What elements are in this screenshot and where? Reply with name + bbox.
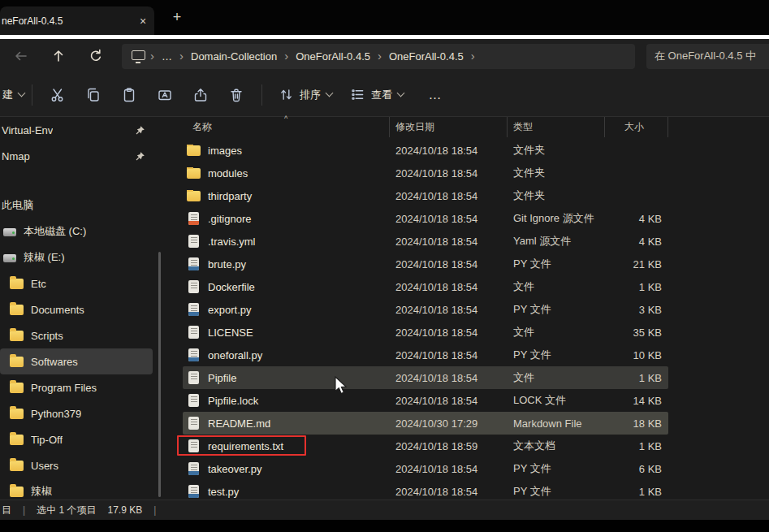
sidebar-item-softwares[interactable]: Softwares [0, 348, 153, 374]
sidebar-item-etc[interactable]: Etc [0, 270, 153, 296]
sort-button-label: 排序 [300, 88, 321, 102]
file-size: 18 KB [605, 417, 668, 430]
copy-button[interactable] [76, 80, 111, 110]
file-size: 14 KB [605, 395, 668, 407]
file-size: 6 KB [605, 463, 668, 475]
search-input[interactable]: 在 OneForAll-0.4.5 中 [646, 44, 769, 69]
python-file-icon [188, 348, 199, 361]
sidebar-item-label: Etc [31, 278, 46, 290]
file-row[interactable]: Dockerfile 2024/10/18 18:54 文件 1 KB [183, 275, 668, 298]
more-options-button[interactable]: … [419, 88, 451, 102]
paste-button[interactable] [111, 80, 147, 110]
file-name: requirements.txt [208, 440, 283, 452]
file-row[interactable]: images 2024/10/18 18:54 文件夹 [183, 139, 668, 162]
sidebar-item-program-files[interactable]: Program Files [0, 374, 153, 400]
file-name: Pipfile.lock [208, 395, 258, 407]
sidebar-section-gap [0, 169, 154, 192]
folder-icon [187, 145, 201, 156]
file-row[interactable]: modules 2024/10/18 18:54 文件夹 [183, 162, 668, 184]
sidebar-item-this-pc[interactable]: 此电脑 [0, 192, 153, 218]
sidebar-item-scripts[interactable]: Scripts [0, 322, 153, 348]
back-button[interactable] [5, 44, 37, 68]
file-explorer-window: neForAll-0.4.5 × + › … › Domain-Collecti… [0, 0, 769, 532]
breadcrumb-item[interactable]: OneForAll-0.4.5 [290, 47, 376, 66]
breadcrumb-item[interactable]: OneForAll-0.4.5 [383, 47, 469, 66]
file-row[interactable]: Pipfile.lock 2024/10/18 18:54 LOCK 文件 14… [183, 389, 668, 412]
file-type: 文件 [508, 279, 605, 294]
chevron-down-icon [397, 89, 405, 97]
breadcrumb-overflow[interactable]: … [156, 47, 178, 66]
navigation-bar: › … › Domain-Collection › OneForAll-0.4.… [0, 39, 769, 73]
explorer-tab[interactable]: neForAll-0.4.5 × [0, 6, 154, 35]
new-tab-button[interactable]: + [167, 9, 187, 26]
file-row[interactable]: thirdparty 2024/10/18 18:54 文件夹 [183, 184, 668, 207]
file-row[interactable]: brute.py 2024/10/18 18:54 PY 文件 21 KB [183, 253, 668, 275]
address-bar[interactable]: › … › Domain-Collection › OneForAll-0.4.… [122, 44, 635, 69]
chevron-right-icon: › [178, 49, 185, 63]
column-header-size[interactable]: 大小 [605, 117, 668, 137]
sidebar-item-virtual-env[interactable]: Virtual-Env [0, 117, 153, 143]
file-name: images [208, 145, 242, 157]
sidebar-item-drive-c[interactable]: 本地磁盘 (C:) [0, 218, 153, 244]
file-date: 2024/10/18 18:54 [390, 486, 508, 498]
file-row[interactable]: export.py 2024/10/18 18:54 PY 文件 3 KB [183, 298, 668, 321]
sidebar-item-label: Documents [31, 304, 84, 316]
file-name: test.py [208, 486, 239, 498]
up-button[interactable] [42, 44, 75, 68]
sidebar-item-documents[interactable]: Documents [0, 296, 153, 322]
yaml-file-icon [188, 235, 199, 248]
column-header-label: 名称 [192, 120, 212, 134]
file-type: PY 文件 [508, 461, 605, 476]
sidebar-item-label: 辣椒 [31, 484, 52, 499]
view-button[interactable]: 查看 [341, 80, 413, 110]
cut-button[interactable] [40, 80, 76, 110]
refresh-button[interactable] [80, 44, 112, 68]
sidebar-item-nmap[interactable]: Nmap [0, 143, 153, 169]
file-name: .travis.yml [208, 236, 256, 248]
folder-icon [10, 305, 24, 315]
file-name: oneforall.py [208, 349, 262, 361]
status-item-count: 目 [2, 504, 11, 517]
file-name: Dockerfile [208, 281, 255, 293]
sort-button[interactable]: 排序 [270, 80, 341, 110]
delete-button[interactable] [218, 80, 254, 110]
file-row[interactable]: Pipfile 2024/10/18 18:54 文件 1 KB [183, 366, 668, 389]
paste-icon [121, 87, 137, 103]
sidebar-item-users[interactable]: Users [0, 452, 153, 478]
column-header-row: ^ 名称 修改日期 类型 大小 [183, 117, 769, 137]
file-type: Yaml 源文件 [508, 234, 605, 249]
file-row[interactable]: .travis.yml 2024/10/18 18:54 Yaml 源文件 4 … [183, 230, 668, 253]
file-row[interactable]: oneforall.py 2024/10/18 18:54 PY 文件 10 K… [183, 344, 668, 366]
file-icon [188, 326, 199, 339]
tab-bar: neForAll-0.4.5 × + [0, 0, 769, 35]
file-size: 1 KB [605, 372, 668, 384]
python-file-icon [188, 462, 199, 475]
share-icon [192, 87, 209, 103]
breadcrumb-item[interactable]: Domain-Collection [185, 47, 283, 66]
file-row[interactable]: requirements.txt 2024/10/18 18:59 文本文档 1… [183, 435, 668, 457]
new-button[interactable]: 建 [0, 80, 24, 110]
file-name: brute.py [208, 258, 246, 270]
file-size: 1 KB [605, 486, 668, 498]
file-date: 2024/10/18 18:59 [390, 440, 508, 452]
file-row[interactable]: takeover.py 2024/10/18 18:54 PY 文件 6 KB [183, 457, 668, 480]
column-header-date[interactable]: 修改日期 [390, 117, 508, 137]
pin-icon [135, 125, 145, 136]
close-icon[interactable]: × [132, 15, 154, 28]
git-file-icon [188, 212, 199, 225]
column-header-name[interactable]: ^ 名称 [183, 117, 390, 137]
rename-button[interactable] [147, 80, 183, 110]
sidebar-item-tip-off[interactable]: Tip-Off [0, 426, 153, 452]
column-header-type[interactable]: 类型 [508, 117, 605, 137]
file-type: LOCK 文件 [508, 393, 605, 408]
file-type: PY 文件 [508, 302, 605, 317]
sidebar-item-python379[interactable]: Python379 [0, 400, 153, 426]
sidebar-item-drive-e[interactable]: 辣椒 (E:) [0, 244, 153, 270]
file-row[interactable]: README.md 2024/10/30 17:29 Markdown File… [183, 412, 668, 435]
share-button[interactable] [183, 80, 218, 110]
scrollbar[interactable] [158, 252, 161, 497]
file-date: 2024/10/30 17:29 [390, 417, 508, 430]
file-row[interactable]: .gitignore 2024/10/18 18:54 Git Ignore 源… [183, 207, 668, 230]
file-row[interactable]: LICENSE 2024/10/18 18:54 文件 35 KB [183, 321, 668, 344]
sidebar-item-lajiao[interactable]: 辣椒 [0, 478, 153, 500]
